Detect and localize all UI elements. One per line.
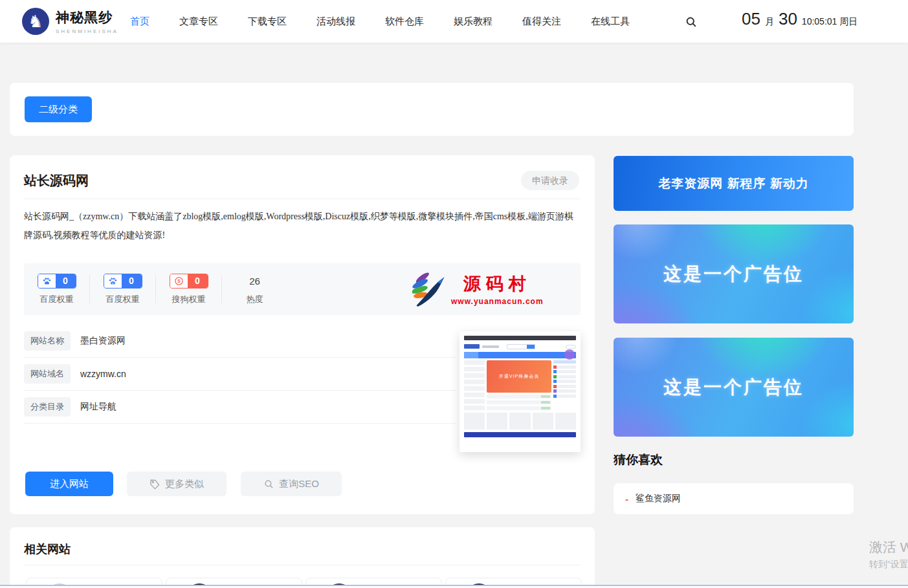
stat-baidu-mobile: m 0 百度权重 [90,274,155,305]
nav-item-tools[interactable]: 在线工具 [591,16,630,28]
related-sites-title: 相关网站 [24,541,71,557]
ad-banner-2[interactable]: 这是一个广告位 [614,338,854,437]
baidu-weight-badge: 0 [38,274,76,289]
date-day: 30 [779,9,797,29]
yuanmacun-ad-logo[interactable]: 源码村 www.yuanmacun.com [412,271,544,307]
sogou-s-icon: S [170,274,188,288]
ad-banner-1[interactable]: 这是一个广告位 [614,224,854,323]
thumb-card-grid [464,413,576,430]
info-row-domain: 网站域名 wzzymw.cn [24,358,456,391]
guess-you-like-card: - 鲨鱼资源网 [614,483,854,514]
datetime-display: 05 月 30 10:05:01 周日 [742,9,858,29]
stat-baidu-pc: 0 百度权重 [24,274,89,305]
site-name-value: 墨白资源网 [80,335,126,347]
heat-value: 26 [249,274,260,289]
sogou-weight-value: 0 [188,274,208,288]
logo-title: 神秘黑纱 [56,8,118,27]
secondary-category-button[interactable]: 二级分类 [25,96,92,122]
info-row-category: 分类目录 网址导航 [24,391,456,424]
seo-stats-box: 0 百度权重 m 0 百度权重 [24,263,581,315]
stat-heat: 26 热度 [222,274,287,305]
nav-item-home[interactable]: 首页 [130,16,149,28]
title-divider [24,199,581,199]
enter-site-button[interactable]: 进入网站 [25,472,113,496]
search-icon[interactable] [685,16,698,28]
related-sites-card: 相关网站 [10,527,595,588]
site-detail-card: 站长源码网 申请收录 站长源码网_（zzymw.cn）下载站涵盖了zblog模版… [10,155,595,514]
nav-item-articles[interactable]: 文章专区 [179,16,218,28]
bird-logo-icon [412,271,448,307]
windows-activation-watermark: 激活 W 转到“设置 [869,538,908,571]
main-nav: 首页 文章专区 下载专区 活动线报 软件仓库 娱乐教程 值得关注 在线工具 [130,0,630,43]
thumb-right-list [553,360,576,410]
baidu-weight-value: 0 [56,274,76,288]
query-seo-button[interactable]: 查询SEO [241,472,342,496]
thumb-navbar [464,352,576,358]
site-category-value: 网址导航 [80,401,116,413]
site-description: 站长源码网_（zzymw.cn）下载站涵盖了zblog模版,emlog模版,Wo… [24,207,581,245]
category-bar-card: 二级分类 [10,83,854,136]
baidu-paw-m-icon: m [104,274,122,288]
svg-text:S: S [177,278,180,284]
thumb-vip-banner: 开通VIP终身会员 [487,360,551,393]
more-similar-button[interactable]: 更多类似 [127,472,227,496]
top-navbar: ♞ 神秘黑纱 SHENMIHEISHA 首页 文章专区 下载专区 活动线报 软件… [0,0,908,43]
guess-you-like-title: 猜你喜欢 [614,452,663,468]
yuanmacun-title: 源码村 [463,272,531,296]
date-month: 05 [742,9,760,29]
related-divider [24,565,581,565]
baidu-mobile-weight-badge: m 0 [104,274,142,289]
date-time: 10:05:01 周日 [802,16,858,28]
info-row-name: 网站名称 墨白资源网 [24,325,456,358]
apply-inclusion-button[interactable]: 申请收录 [521,171,579,190]
site-thumbnail[interactable]: 开通VIP终身会员 [460,331,581,452]
nav-item-follow[interactable]: 值得关注 [522,16,561,28]
logo-subtitle: SHENMIHEISHA [56,28,118,34]
sidebar-promo-banner[interactable]: 老李资源网 新程序 新动力 [614,156,854,211]
site-logo[interactable]: ♞ 神秘黑纱 SHENMIHEISHA [22,8,118,35]
nav-item-software[interactable]: 软件仓库 [385,16,424,28]
nav-item-activities[interactable]: 活动线报 [316,16,355,28]
nav-item-tutorials[interactable]: 娱乐教程 [454,16,493,28]
thumb-sidebar [464,360,485,410]
site-info-list: 网站名称 墨白资源网 网站域名 wzzymw.cn 分类目录 网址导航 [24,325,456,424]
page-title: 站长源码网 [24,172,89,190]
thumb-topbar [464,336,576,340]
nav-item-downloads[interactable]: 下载专区 [248,16,287,28]
list-dash-icon: - [625,494,628,505]
baidu-paw-icon [38,274,56,288]
guess-list-item[interactable]: - 鲨鱼资源网 [625,493,681,505]
thumb-header [464,342,576,351]
baidu-mobile-weight-value: 0 [122,274,142,288]
tag-icon [149,479,161,490]
date-month-label: 月 [765,16,774,28]
site-domain-value: wzzymw.cn [80,369,126,379]
yuanmacun-url: www.yuanmacun.com [451,297,544,306]
thumb-footer-strip [464,432,576,437]
stat-sogou: S 0 搜狗权重 [156,274,221,305]
horse-logo-icon: ♞ [22,8,49,35]
magnifier-icon [263,479,274,490]
sogou-weight-badge: S 0 [170,274,208,289]
page: ♞ 神秘黑纱 SHENMIHEISHA 首页 文章专区 下载专区 活动线报 软件… [0,0,908,588]
